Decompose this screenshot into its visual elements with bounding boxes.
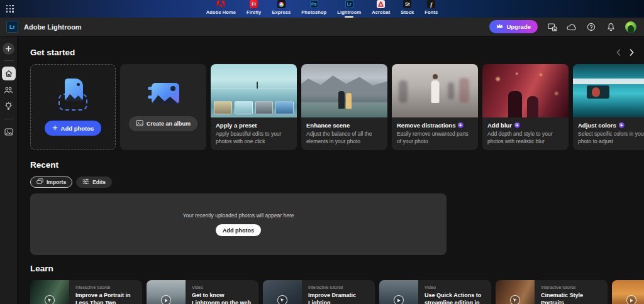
apptab-fonts[interactable]: f Fonts bbox=[425, 0, 438, 18]
play-icon bbox=[626, 295, 636, 304]
acrobat-app-icon bbox=[377, 0, 385, 8]
feature-card-add-blur[interactable]: Add blur Add depth and style to your pho… bbox=[482, 64, 569, 150]
feature-description: Apply beautiful edits to your photos wit… bbox=[216, 131, 292, 146]
photoshop-app-icon: Ps bbox=[310, 0, 318, 8]
cloud-storage-icon[interactable] bbox=[567, 22, 577, 32]
app-launcher-icon[interactable] bbox=[6, 5, 14, 13]
sidebar-item-learn[interactable] bbox=[2, 99, 16, 113]
ai-badge-icon bbox=[514, 122, 520, 128]
app-header: Lr Adobe Lightroom Upgrade bbox=[0, 18, 644, 36]
tab-indicator bbox=[277, 16, 286, 18]
header-actions: Upgrade bbox=[489, 20, 636, 33]
imports-icon bbox=[36, 178, 43, 186]
learn-card[interactable]: Video Get to know Lightroom on the web bbox=[147, 280, 258, 304]
feature-card-apply-preset[interactable]: Apply a preset Apply beautiful edits to … bbox=[211, 64, 297, 150]
apptab-adobe-home[interactable]: Adobe Home bbox=[206, 0, 236, 18]
upgrade-button[interactable]: Upgrade bbox=[489, 20, 538, 33]
section-title-learn: Learn bbox=[30, 264, 644, 274]
carousel-prev-icon[interactable] bbox=[616, 49, 621, 56]
feature-card-remove-distractions[interactable]: Remove distractions Easily remove unwant… bbox=[392, 64, 478, 150]
add-button[interactable] bbox=[3, 43, 14, 55]
recent-empty-state: Your recently uploaded photos will appea… bbox=[30, 193, 447, 255]
apptab-stock[interactable]: St Stock bbox=[401, 0, 414, 18]
image-icon bbox=[136, 120, 143, 128]
video-thumbnail bbox=[379, 280, 418, 304]
learn-carousel: Interactive tutorial Improve a Portrait … bbox=[30, 280, 644, 304]
feature-title: Add blur bbox=[487, 122, 564, 129]
add-photo-icon bbox=[57, 79, 89, 111]
feature-description: Adjust the balance of all the elements i… bbox=[306, 131, 382, 146]
learn-card[interactable]: Interactive tutorial Improve Dramatic Li… bbox=[263, 280, 375, 304]
imports-filter-button[interactable]: Imports bbox=[30, 176, 72, 188]
tab-indicator bbox=[216, 16, 225, 18]
recent-filters: Imports Edits bbox=[30, 176, 644, 188]
add-photos-card[interactable]: Add photos bbox=[30, 64, 116, 150]
empty-state-add-photos-button[interactable]: Add photos bbox=[216, 224, 261, 236]
create-album-card[interactable]: Create an album bbox=[120, 64, 206, 150]
sidebar-item-home[interactable] bbox=[2, 67, 16, 80]
apptab-label: Firefly bbox=[247, 9, 261, 15]
learn-card-kind: Interactive tutorial bbox=[308, 285, 369, 290]
apptab-express[interactable]: A Express bbox=[272, 0, 291, 18]
apptab-label: Fonts bbox=[425, 9, 438, 15]
notifications-bell-icon[interactable] bbox=[606, 22, 616, 32]
learn-card-kind: Video bbox=[192, 285, 252, 290]
video-thumbnail bbox=[612, 280, 644, 304]
add-photos-button[interactable]: Add photos bbox=[45, 121, 102, 136]
apptab-firefly[interactable]: Fi Firefly bbox=[247, 0, 261, 18]
page-title: Adobe Lightroom bbox=[24, 23, 82, 31]
get-started-carousel: Add photos Create an album bbox=[30, 64, 644, 150]
tab-indicator bbox=[309, 16, 318, 18]
edits-filter-button[interactable]: Edits bbox=[76, 176, 112, 188]
learn-card[interactable]: Interactive tutorial Cinematic Style Por… bbox=[496, 280, 608, 304]
learn-card[interactable] bbox=[612, 280, 644, 304]
learn-card-kind: Interactive tutorial bbox=[541, 285, 601, 290]
lightroom-app-icon: Lr bbox=[345, 0, 353, 8]
empty-state-message: Your recently uploaded photos will appea… bbox=[183, 212, 294, 219]
feature-card-enhance-scene[interactable]: Enhance scene Adjust the balance of all … bbox=[301, 64, 387, 150]
firefly-app-icon: Fi bbox=[250, 0, 258, 8]
interactive-tutorial-icon bbox=[45, 295, 55, 304]
sidebar-item-photos[interactable] bbox=[2, 125, 16, 139]
learn-card-title: Use Quick Actions to streamline editing … bbox=[425, 292, 485, 304]
recent-section: Recent Imports bbox=[30, 160, 644, 255]
feature-title: Apply a preset bbox=[216, 122, 292, 129]
feature-title: Adjust colors bbox=[578, 122, 644, 129]
tab-indicator bbox=[377, 16, 386, 18]
tutorial-thumbnail bbox=[263, 280, 302, 304]
apptab-label: Express bbox=[272, 9, 291, 15]
interactive-tutorial-icon bbox=[510, 295, 520, 304]
apptab-lightroom[interactable]: Lr Lightroom bbox=[337, 0, 361, 18]
learn-card-title: Get to know Lightroom on the web bbox=[192, 292, 252, 304]
feature-description: Select specific colors in your photo to … bbox=[578, 131, 644, 146]
learn-card[interactable]: Interactive tutorial Improve a Portrait … bbox=[30, 280, 142, 304]
sidebar-item-community[interactable] bbox=[2, 83, 16, 97]
apptab-label: Photoshop bbox=[301, 9, 326, 15]
ai-badge-icon bbox=[619, 122, 625, 128]
learn-card[interactable]: Video Use Quick Actions to streamline ed… bbox=[379, 280, 491, 304]
crown-icon bbox=[496, 23, 503, 30]
sliders-icon bbox=[82, 178, 89, 186]
open-in-app-icon[interactable] bbox=[547, 22, 557, 32]
apptab-photoshop[interactable]: Ps Photoshop bbox=[301, 0, 326, 18]
play-icon bbox=[394, 295, 404, 304]
carousel-next-icon[interactable] bbox=[630, 49, 634, 56]
tutorial-thumbnail bbox=[496, 280, 535, 304]
stock-app-icon: St bbox=[403, 0, 411, 8]
apptab-label: Adobe Home bbox=[206, 9, 236, 15]
express-app-icon: A bbox=[277, 0, 286, 8]
learn-card-title: Improve a Portrait in Less Than Two Minu… bbox=[75, 292, 136, 304]
plus-icon bbox=[52, 125, 58, 132]
learn-section: Learn Interactive tutorial Improve a Por… bbox=[30, 264, 644, 304]
active-tab-indicator bbox=[345, 16, 353, 18]
feature-description: Add depth and style to your photos with … bbox=[487, 131, 564, 146]
carousel-controls bbox=[616, 49, 634, 56]
create-album-button[interactable]: Create an album bbox=[129, 116, 197, 131]
feature-card-adjust-colors[interactable]: Adjust colors Select specific colors in … bbox=[573, 64, 644, 150]
apptab-label: Lightroom bbox=[337, 9, 361, 15]
user-avatar[interactable] bbox=[625, 21, 636, 33]
apptab-acrobat[interactable]: Acrobat bbox=[372, 0, 390, 18]
video-thumbnail bbox=[147, 280, 186, 304]
help-icon[interactable] bbox=[586, 22, 596, 32]
sidebar bbox=[0, 36, 18, 304]
